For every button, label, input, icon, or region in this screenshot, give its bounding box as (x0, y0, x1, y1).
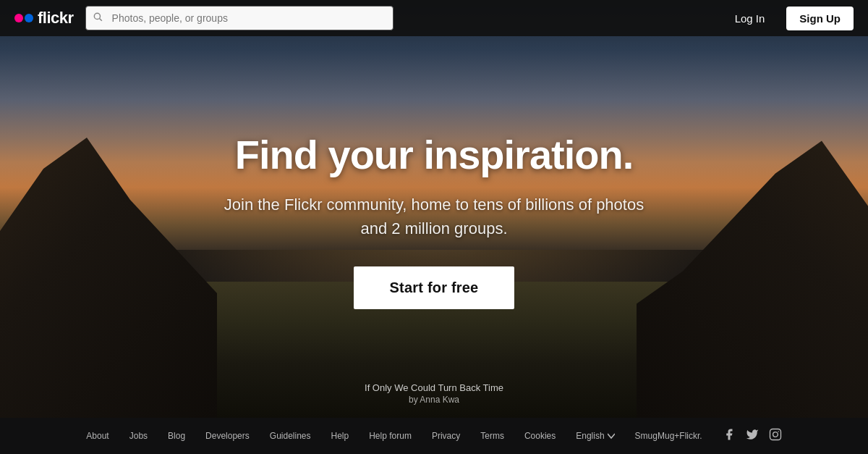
cta-button[interactable]: Start for free (354, 266, 515, 309)
photo-credit: If Only We Could Turn Back Time by Anna … (365, 382, 503, 405)
search-input[interactable] (85, 6, 393, 30)
logo-dots (14, 14, 33, 22)
footer-link-help-forum[interactable]: Help forum (369, 431, 412, 441)
dot-blue (25, 14, 33, 22)
footer-link-about[interactable]: About (86, 431, 109, 441)
footer-link-privacy[interactable]: Privacy (432, 431, 460, 441)
footer-link-jobs[interactable]: Jobs (129, 431, 148, 441)
chevron-down-icon (608, 432, 615, 440)
hero-subtitle: Join the Flickr community, home to tens … (217, 193, 651, 240)
search-form (85, 6, 393, 30)
footer-link-developers[interactable]: Developers (205, 431, 250, 441)
twitter-icon[interactable] (746, 428, 759, 444)
logo[interactable]: flickr (14, 9, 74, 28)
hero-section: Find your inspiration. Join the Flickr c… (0, 0, 868, 454)
footer-link-blog[interactable]: Blog (168, 431, 185, 441)
login-button[interactable]: Log In (725, 8, 775, 29)
logo-text: flickr (38, 9, 74, 28)
language-selector[interactable]: English (576, 431, 614, 441)
footer-link-guidelines[interactable]: Guidelines (270, 431, 311, 441)
dot-pink (14, 14, 23, 22)
signup-button[interactable]: Sign Up (786, 7, 854, 30)
hero-content: Find your inspiration. Join the Flickr c… (203, 117, 665, 324)
photo-credit-title: If Only We Could Turn Back Time (365, 382, 503, 393)
hero-title: Find your inspiration. (217, 131, 651, 178)
language-label: English (576, 431, 604, 441)
social-icons (723, 428, 782, 444)
footer: About Jobs Blog Developers Guidelines He… (0, 418, 868, 454)
instagram-icon[interactable] (769, 428, 782, 444)
svg-rect-2 (770, 429, 780, 440)
footer-link-cookies[interactable]: Cookies (524, 431, 556, 441)
photo-credit-author: by Anna Kwa (365, 395, 503, 405)
footer-link-help[interactable]: Help (331, 431, 349, 441)
svg-point-4 (778, 431, 779, 432)
facebook-icon[interactable] (723, 428, 736, 444)
svg-point-3 (773, 432, 778, 437)
footer-link-terms[interactable]: Terms (480, 431, 504, 441)
smugmug-link[interactable]: SmugMug+Flickr. (635, 431, 702, 441)
header: flickr Log In Sign Up (0, 0, 868, 36)
